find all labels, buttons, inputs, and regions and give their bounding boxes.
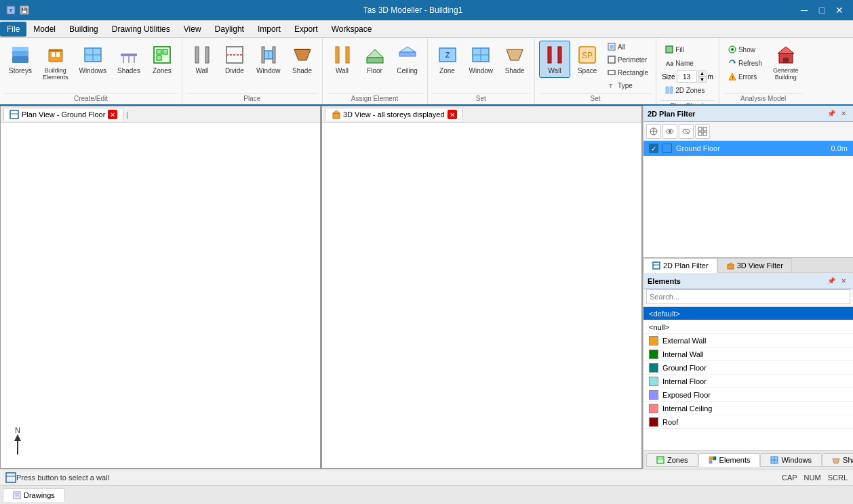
type-icon: T: [608, 81, 616, 89]
plan-view-tab[interactable]: Plan View - Ground Floor ✕: [3, 108, 123, 121]
menu-building[interactable]: Building: [62, 22, 105, 37]
elements-pin-button[interactable]: 📌: [826, 276, 837, 287]
space-label: Space: [578, 67, 597, 75]
tab-3d-view-filter-label: 3D View Filter: [737, 261, 783, 270]
shades-button[interactable]: Shades: [113, 41, 145, 78]
element-item-default[interactable]: <default>: [643, 307, 853, 320]
2d-filter-tab-icon: [652, 261, 660, 270]
bottom-tab-zones[interactable]: Zones: [646, 453, 698, 467]
generate-building-button[interactable]: GenerateBuilding: [768, 41, 804, 84]
2d-zones-button[interactable]: 2D Zones: [662, 84, 713, 96]
storeys-button[interactable]: Storeys: [4, 41, 37, 78]
shade-set-icon: [504, 44, 525, 66]
generate-building-icon: [775, 44, 797, 66]
element-item-internal-floor[interactable]: Internal Floor: [643, 375, 853, 388]
menu-import[interactable]: Import: [251, 22, 287, 37]
panel-close-button[interactable]: ✕: [838, 108, 849, 119]
shade-place-button[interactable]: Shade: [287, 41, 318, 78]
plan-view-close[interactable]: ✕: [108, 110, 117, 119]
show-button[interactable]: Show: [725, 43, 766, 56]
wall-active-button[interactable]: Wall: [539, 41, 570, 78]
rectangle-label: Rectangle: [618, 69, 648, 77]
element-item-internal-ceiling[interactable]: Internal Ceiling: [643, 402, 853, 415]
errors-button[interactable]: ! Errors: [725, 70, 766, 83]
maximize-button[interactable]: □: [814, 3, 830, 17]
bottom-tab-shades[interactable]: Shades: [822, 453, 853, 467]
window-place-button[interactable]: Window: [252, 41, 285, 78]
space-button[interactable]: SP Space: [572, 41, 603, 78]
windows-button[interactable]: Windows: [74, 41, 111, 78]
menu-workspace[interactable]: Workspace: [325, 22, 379, 37]
size-spinner: ▲ ▼: [698, 70, 707, 83]
size-up-button[interactable]: ▲: [698, 70, 707, 77]
type-button[interactable]: T Type: [604, 79, 652, 91]
tab-2d-plan-filter[interactable]: 2D Plan Filter: [643, 258, 717, 273]
perimeter-button[interactable]: Perimeter: [604, 54, 652, 66]
drawings-tab-label: Drawings: [24, 491, 55, 499]
all-button[interactable]: All: [604, 41, 652, 53]
menu-view[interactable]: View: [177, 22, 208, 37]
element-item-internal-wall[interactable]: Internal Wall: [643, 348, 853, 361]
3d-view-tab[interactable]: 3D View - all storeys displayed ✕: [325, 108, 463, 121]
ceiling-assign-button[interactable]: Ceiling: [392, 41, 423, 78]
elements-list: <default> <null> External Wall Internal …: [643, 307, 853, 450]
bottom-tab-elements[interactable]: Elements: [698, 453, 761, 467]
menu-file[interactable]: File: [0, 22, 26, 37]
element-item-external-wall[interactable]: External Wall: [643, 334, 853, 348]
shade-set-button[interactable]: Shade: [499, 41, 530, 78]
wall-place-icon: [191, 44, 213, 66]
menu-model[interactable]: Model: [26, 22, 62, 37]
save-icon[interactable]: 💾: [19, 5, 30, 16]
scrl-indicator: SCRL: [828, 474, 848, 482]
3d-filter-tab-icon: [726, 261, 734, 270]
filter-toolbar-btn-3[interactable]: [679, 124, 694, 139]
zones-label: Zones: [153, 67, 172, 75]
fill-button[interactable]: Fill: [662, 43, 713, 56]
element-item-exposed-floor[interactable]: Exposed Floor: [643, 388, 853, 402]
filter-toolbar-btn-1[interactable]: [646, 124, 661, 139]
wall-assign-button[interactable]: Wall: [327, 41, 358, 78]
zones-tab-icon: [656, 456, 664, 464]
divide-button[interactable]: Divide: [219, 41, 250, 78]
shade-place-icon: [292, 44, 313, 66]
window-controls[interactable]: ─ □ ✕: [796, 3, 848, 17]
ribbon-group-set: Z Zone Window: [428, 38, 536, 104]
window-set-label: Window: [469, 67, 494, 75]
refresh-button[interactable]: Refresh: [725, 57, 766, 69]
elements-search-input[interactable]: [646, 289, 850, 304]
element-item-roof[interactable]: Roof: [643, 415, 853, 429]
floor-filter-row[interactable]: ✓ Ground Floor 0.0m: [643, 141, 853, 156]
window-set-button[interactable]: Window: [464, 41, 498, 78]
floor-checkbox[interactable]: ✓: [649, 144, 658, 153]
filter-toolbar-btn-2[interactable]: [662, 124, 677, 139]
menu-drawing-utilities[interactable]: Drawing Utilities: [105, 22, 177, 37]
filter-toolbar-btn-4[interactable]: [695, 124, 710, 139]
svg-rect-85: [658, 457, 660, 460]
bottom-tab-windows[interactable]: Windows: [760, 453, 822, 467]
element-item-ground-floor[interactable]: Ground Floor: [643, 361, 853, 375]
elements-close-button[interactable]: ✕: [838, 276, 849, 287]
floor-assign-button[interactable]: Floor: [359, 41, 391, 78]
menu-daylight[interactable]: Daylight: [208, 22, 251, 37]
building-elements-button[interactable]: BuildingElements: [38, 41, 73, 84]
perimeter-label: Perimeter: [618, 56, 647, 64]
size-input[interactable]: [677, 70, 697, 83]
ribbon-group-assign: Wall Floor: [323, 38, 428, 104]
app-icon: T: [5, 5, 16, 16]
tab-3d-view-filter[interactable]: 3D View Filter: [717, 258, 792, 272]
wall-place-button[interactable]: Wall: [186, 41, 218, 78]
panel-pin-button[interactable]: 📌: [826, 108, 837, 119]
name-button[interactable]: Aa Name: [662, 57, 713, 69]
3d-view-close[interactable]: ✕: [448, 110, 457, 119]
size-down-button[interactable]: ▼: [698, 77, 707, 83]
element-item-null[interactable]: <null>: [643, 320, 853, 334]
svg-rect-33: [346, 47, 349, 63]
drawings-tab[interactable]: Drawings: [3, 488, 65, 502]
svg-marker-30: [294, 49, 311, 60]
minimize-button[interactable]: ─: [796, 3, 812, 17]
rectangle-button[interactable]: Rectangle: [604, 66, 652, 79]
zones-button[interactable]: Zones: [146, 41, 178, 78]
menu-export[interactable]: Export: [287, 22, 325, 37]
zone-set-button[interactable]: Z Zone: [432, 41, 463, 78]
close-button[interactable]: ✕: [831, 3, 848, 17]
